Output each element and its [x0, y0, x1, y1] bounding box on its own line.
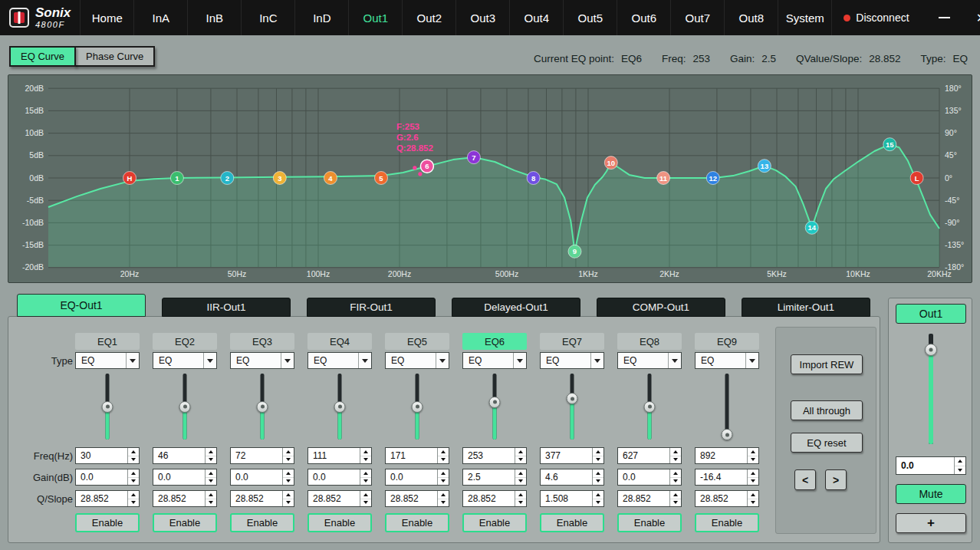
gain-spinner[interactable]: 0.0: [75, 469, 140, 486]
tab-eq-out1[interactable]: EQ-Out1: [17, 294, 146, 317]
spin-up-button[interactable]: [128, 491, 139, 499]
spin-up-button[interactable]: [748, 469, 758, 477]
slider-thumb[interactable]: [412, 401, 423, 413]
spin-up-button[interactable]: [515, 469, 526, 477]
slider-thumb[interactable]: [257, 401, 268, 413]
gain-slider[interactable]: [153, 372, 217, 441]
eq-band-header[interactable]: EQ7: [540, 333, 604, 350]
nav-item-out1[interactable]: Out1: [348, 0, 402, 35]
nav-item-inb[interactable]: InB: [187, 0, 241, 35]
spin-up-button[interactable]: [360, 469, 371, 477]
spin-down-button[interactable]: [593, 477, 603, 486]
spin-down-button[interactable]: [283, 456, 294, 464]
spin-down-button[interactable]: [593, 499, 603, 507]
spin-down-button[interactable]: [593, 456, 603, 464]
spin-down-button[interactable]: [128, 477, 139, 486]
freq-spinner[interactable]: 171: [385, 447, 449, 464]
eq-band-header[interactable]: EQ3: [230, 333, 294, 350]
output-gain-spinner[interactable]: 0.0: [896, 456, 966, 475]
q-slope-spinner[interactable]: 28.852: [385, 490, 449, 507]
add-button[interactable]: +: [896, 513, 966, 533]
gain-spinner[interactable]: 0.0: [307, 469, 372, 486]
spin-up-button[interactable]: [206, 491, 216, 499]
slider-thumb[interactable]: [489, 397, 501, 408]
spin-up-button[interactable]: [593, 491, 603, 499]
freq-spinner[interactable]: 72: [230, 447, 294, 464]
spin-up-button[interactable]: [670, 491, 681, 499]
freq-spinner[interactable]: 46: [153, 447, 217, 464]
q-slope-spinner[interactable]: 28.852: [307, 490, 372, 507]
freq-spinner[interactable]: 627: [617, 447, 682, 464]
q-slope-spinner[interactable]: 28.852: [75, 490, 140, 507]
next-bands-button[interactable]: >: [825, 469, 847, 490]
tab-limiter-out1[interactable]: Limiter-Out1: [742, 298, 870, 317]
spin-down-button[interactable]: [128, 456, 139, 464]
tab-iir-out1[interactable]: IIR-Out1: [162, 298, 291, 317]
mute-button[interactable]: Mute: [896, 484, 966, 504]
spin-down-button[interactable]: [206, 499, 216, 507]
eq-type-select[interactable]: EQ: [307, 352, 372, 369]
spin-up-button[interactable]: [593, 469, 603, 477]
slider-thumb[interactable]: [925, 344, 937, 356]
freq-spinner[interactable]: 377: [540, 447, 604, 464]
q-slope-spinner[interactable]: 28.852: [695, 490, 759, 507]
eq-band-header[interactable]: EQ9: [695, 333, 759, 350]
eq-type-select[interactable]: EQ: [462, 352, 527, 369]
nav-item-out2[interactable]: Out2: [402, 0, 455, 35]
nav-item-out5[interactable]: Out5: [563, 0, 617, 35]
tab-comp-out1[interactable]: COMP-Out1: [597, 298, 725, 317]
nav-item-ina[interactable]: InA: [133, 0, 187, 35]
spin-up-button[interactable]: [670, 469, 681, 477]
slider-thumb[interactable]: [567, 393, 578, 404]
eq-type-select[interactable]: EQ: [617, 352, 682, 369]
prev-bands-button[interactable]: <: [794, 469, 816, 490]
spin-down-button[interactable]: [438, 499, 449, 507]
spin-down-button[interactable]: [360, 499, 371, 507]
spin-up-button[interactable]: [360, 448, 371, 456]
nav-item-out7[interactable]: Out7: [670, 0, 724, 35]
spin-down-button[interactable]: [283, 477, 294, 486]
spin-up-button[interactable]: [283, 448, 294, 456]
enable-button[interactable]: Enable: [230, 513, 294, 532]
q-slope-spinner[interactable]: 1.508: [540, 490, 604, 507]
gain-spinner[interactable]: 0.0: [153, 469, 217, 486]
gain-spinner[interactable]: 0.0: [617, 469, 682, 486]
nav-item-out4[interactable]: Out4: [509, 0, 563, 35]
spin-down-button[interactable]: [438, 456, 449, 464]
eq-type-select[interactable]: EQ: [540, 352, 604, 369]
spin-up-button[interactable]: [206, 448, 216, 456]
spin-up-button[interactable]: [955, 457, 965, 466]
spin-up-button[interactable]: [360, 491, 371, 499]
nav-item-home[interactable]: Home: [80, 0, 133, 35]
gain-slider[interactable]: [75, 372, 140, 441]
gain-spinner[interactable]: -16.4: [695, 469, 759, 486]
eq-type-select[interactable]: EQ: [695, 352, 759, 369]
spin-up-button[interactable]: [283, 469, 294, 477]
spin-down-button[interactable]: [283, 499, 294, 507]
spin-down-button[interactable]: [748, 477, 758, 486]
spin-down-button[interactable]: [515, 456, 526, 464]
spin-down-button[interactable]: [360, 456, 371, 464]
eq-type-select[interactable]: EQ: [230, 352, 294, 369]
spin-up-button[interactable]: [670, 448, 681, 456]
nav-item-out6[interactable]: Out6: [617, 0, 670, 35]
q-slope-spinner[interactable]: 28.852: [462, 490, 527, 507]
enable-button[interactable]: Enable: [540, 513, 604, 532]
eq-curve-button[interactable]: EQ Curve: [9, 46, 76, 67]
tab-delayed-out1[interactable]: Delayed-Out1: [452, 298, 580, 317]
q-slope-spinner[interactable]: 28.852: [153, 490, 217, 507]
freq-spinner[interactable]: 892: [695, 447, 759, 464]
slider-thumb[interactable]: [102, 401, 113, 413]
gain-spinner[interactable]: 2.5: [462, 469, 527, 486]
freq-spinner[interactable]: 30: [75, 447, 140, 464]
nav-item-inc[interactable]: InC: [241, 0, 294, 35]
disconnect-button[interactable]: Disconnect: [831, 0, 920, 35]
nav-item-out8[interactable]: Out8: [724, 0, 778, 35]
spin-down-button[interactable]: [670, 456, 681, 464]
spin-up-button[interactable]: [438, 448, 449, 456]
spin-down-button[interactable]: [515, 499, 526, 507]
eq-curve-plot[interactable]: 20dB15dB10dB5dB0dB-5dB-10dB-15dB-20dB180…: [8, 75, 972, 282]
spin-up-button[interactable]: [515, 491, 526, 499]
import-rew-button[interactable]: Import REW: [791, 354, 863, 374]
spin-up-button[interactable]: [438, 491, 449, 499]
